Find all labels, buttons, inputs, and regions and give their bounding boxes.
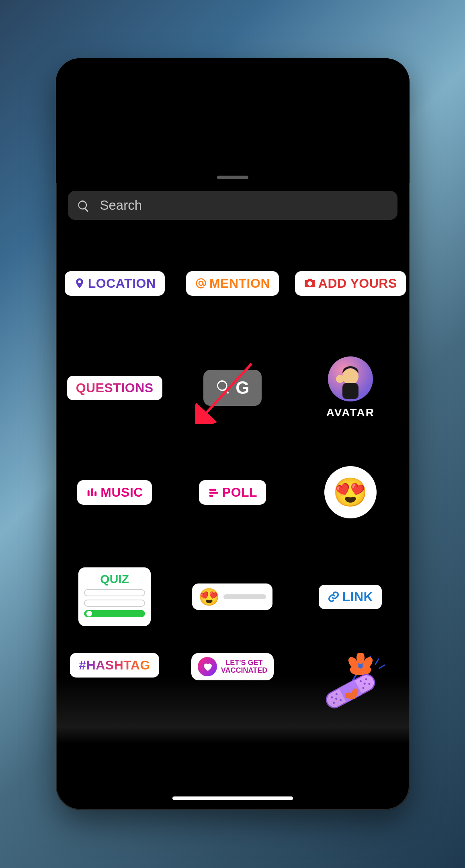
link-sticker[interactable]: LINK	[319, 585, 382, 609]
svg-rect-2	[342, 383, 358, 399]
equalizer-icon	[86, 486, 98, 498]
vaccinated-text: LET'S GET VACCINATED	[221, 659, 267, 674]
gif-sticker[interactable]: G	[203, 370, 261, 406]
avatar-label: AVATAR	[326, 406, 375, 419]
sticker-row: QUESTIONS G	[56, 336, 410, 440]
phone-frame: Search LOCATION MENTION	[56, 58, 410, 810]
hashtag-sticker[interactable]: #HASHTAG	[70, 653, 159, 678]
svg-rect-4	[88, 490, 90, 496]
music-label: MUSIC	[100, 485, 143, 500]
quiz-option-bar	[84, 600, 145, 607]
location-sticker[interactable]: LOCATION	[65, 271, 165, 296]
poll-icon	[208, 486, 220, 498]
svg-rect-9	[209, 495, 213, 497]
heart-eyes-emoji: 😍	[199, 587, 219, 607]
hashtag-label: #HASHTAG	[79, 658, 150, 673]
heart-eyes-emoji: 😍	[333, 478, 368, 506]
svg-rect-5	[91, 488, 93, 496]
sticker-row: QUIZ 😍 LINK	[56, 545, 410, 649]
bandaid-flower-icon	[310, 653, 391, 709]
svg-point-3	[336, 375, 344, 383]
svg-point-1	[342, 368, 358, 385]
camera-icon	[304, 277, 316, 289]
sticker-grid: LOCATION MENTION ADD YOURS	[56, 231, 410, 762]
search-icon	[215, 379, 231, 397]
svg-rect-6	[95, 491, 97, 497]
svg-point-0	[199, 281, 203, 285]
sticker-search-bar[interactable]: Search	[68, 191, 397, 220]
svg-line-12	[379, 665, 385, 668]
vaccinated-sticker[interactable]: LET'S GET VACCINATED	[191, 653, 274, 680]
sticker-row: #HASHTAG LET'S GET VACCINATED	[56, 649, 410, 737]
heart-badge-icon	[198, 657, 217, 676]
sticker-row: MUSIC POLL 😍	[56, 440, 410, 545]
quiz-title: QUIZ	[84, 572, 145, 586]
link-icon	[328, 591, 340, 603]
poll-sticker[interactable]: POLL	[199, 480, 266, 505]
reaction-sticker[interactable]: 😍	[324, 466, 377, 518]
link-label: LINK	[342, 590, 373, 604]
questions-sticker[interactable]: QUESTIONS	[67, 376, 162, 400]
home-indicator[interactable]	[172, 796, 293, 800]
mention-sticker[interactable]: MENTION	[186, 271, 279, 296]
music-sticker[interactable]: MUSIC	[77, 480, 152, 505]
location-label: LOCATION	[88, 276, 156, 291]
add-yours-label: ADD YOURS	[318, 276, 397, 291]
mention-label: MENTION	[209, 276, 270, 291]
slider-track	[223, 594, 266, 599]
sticker-row: LOCATION MENTION ADD YOURS	[56, 231, 410, 336]
avatar-image	[328, 356, 373, 401]
svg-line-11	[375, 659, 379, 664]
gif-letter: G	[236, 378, 249, 398]
avatar-illustration	[330, 359, 371, 399]
story-canvas	[56, 58, 410, 183]
search-placeholder: Search	[100, 198, 142, 213]
at-icon	[195, 277, 207, 289]
quiz-sticker[interactable]: QUIZ	[78, 567, 151, 626]
poll-label: POLL	[222, 485, 257, 500]
location-pin-icon	[74, 277, 86, 289]
svg-rect-7	[209, 489, 217, 491]
sheet-grabber[interactable]	[217, 176, 248, 179]
questions-label: QUESTIONS	[76, 381, 154, 395]
search-icon	[77, 199, 89, 211]
emoji-slider-sticker[interactable]: 😍	[192, 583, 272, 610]
support-cause-sticker[interactable]	[310, 653, 391, 709]
avatar-sticker[interactable]: AVATAR	[326, 356, 375, 419]
quiz-option-bar	[84, 589, 145, 596]
add-yours-sticker[interactable]: ADD YOURS	[295, 271, 406, 296]
svg-rect-8	[209, 492, 219, 494]
quiz-correct-bar	[84, 610, 145, 617]
